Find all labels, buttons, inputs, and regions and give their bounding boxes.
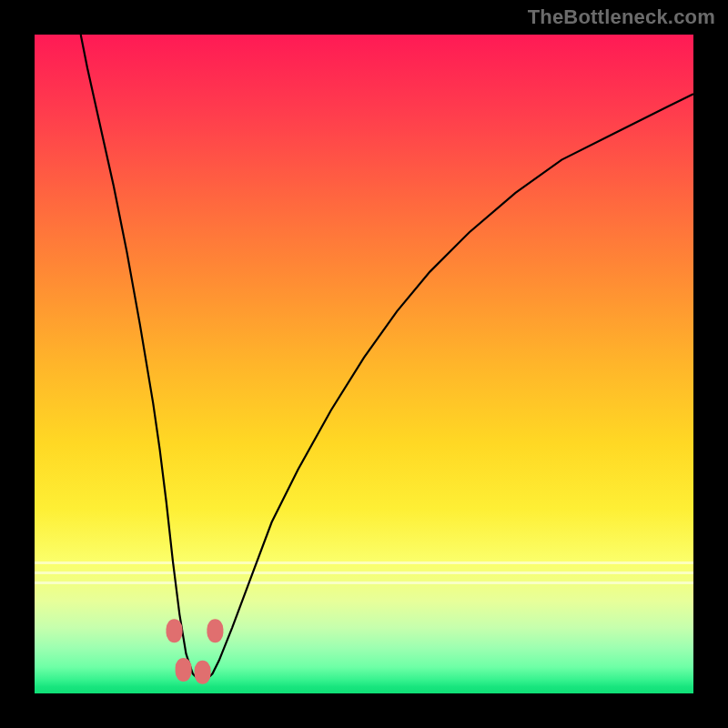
bottleneck-curve (81, 35, 693, 681)
curve-marker (167, 619, 183, 642)
curve-marker (176, 658, 192, 682)
curve-markers (167, 619, 224, 684)
curve-marker (207, 619, 223, 642)
chart-svg (35, 35, 693, 693)
chart-gradient-background (35, 35, 693, 693)
chart-frame: TheBottleneck.com (0, 0, 728, 728)
curve-marker (195, 661, 211, 684)
watermark-text: TheBottleneck.com (528, 5, 715, 29)
